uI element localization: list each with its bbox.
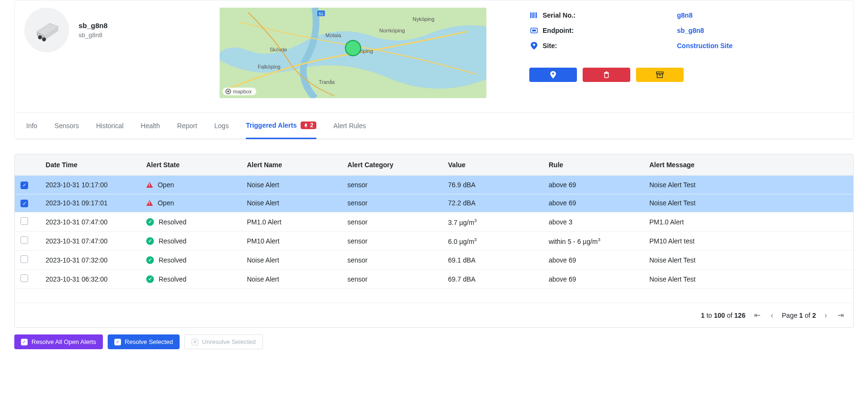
alert-open-icon: [146, 200, 153, 206]
col-message[interactable]: Alert Message: [644, 154, 853, 176]
svg-point-4: [42, 37, 46, 41]
svg-text:Skövde: Skövde: [270, 47, 287, 52]
pager-next[interactable]: ›: [823, 309, 829, 322]
uncheck-icon: ✕: [192, 339, 198, 345]
pager-first[interactable]: ⇤: [752, 309, 762, 322]
tab-report[interactable]: Report: [177, 113, 197, 139]
svg-text:Tranås: Tranås: [319, 79, 335, 85]
delete-button[interactable]: [583, 68, 630, 82]
tab-label: Health: [141, 122, 160, 130]
svg-point-17: [227, 91, 229, 92]
cell-category: sensor: [342, 176, 442, 194]
row-checkbox[interactable]: [20, 236, 28, 244]
cell-rule: above 69: [543, 270, 644, 289]
tabs: InfoSensorsHistoricalHealthReportLogsTri…: [15, 113, 853, 139]
tab-label: Report: [177, 122, 197, 130]
pager-last[interactable]: ⇥: [836, 309, 846, 322]
cell-value: 76.9 dBA: [443, 176, 543, 194]
tab-triggered-alerts[interactable]: Triggered Alerts2: [246, 113, 316, 139]
tab-alert-rules[interactable]: Alert Rules: [333, 113, 366, 139]
archive-icon: [656, 71, 664, 78]
cell-name: Noise Alert: [241, 270, 342, 289]
svg-rect-21: [534, 12, 535, 18]
svg-rect-23: [536, 12, 537, 18]
cell-value: 72.2 dBA: [443, 194, 543, 212]
col-state[interactable]: Alert State: [141, 154, 241, 176]
check-icon: ✓: [21, 339, 28, 345]
pager-prev[interactable]: ‹: [769, 309, 775, 322]
tab-logs[interactable]: Logs: [214, 113, 229, 139]
svg-rect-29: [604, 72, 609, 73]
alerts-table: Date Time Alert State Alert Name Alert C…: [15, 154, 853, 303]
svg-text:Norrköping: Norrköping: [379, 28, 405, 33]
cell-date: 2023-10-31 10:17:00: [40, 176, 141, 194]
tab-sensors[interactable]: Sensors: [54, 113, 79, 139]
table-row[interactable]: 2023-10-31 07:47:00✓ResolvedPM10 Alertse…: [15, 232, 853, 251]
device-meta: Serial No.: g8n8 Endpoint: sb_g8n8 Site:…: [501, 8, 844, 82]
cell-state: Open: [158, 181, 174, 189]
cell-value: 6.0 µg/m3: [443, 232, 543, 251]
svg-point-27: [552, 72, 554, 74]
svg-point-26: [533, 44, 535, 46]
row-checkbox[interactable]: [20, 274, 28, 282]
col-rule[interactable]: Rule: [543, 154, 644, 176]
row-checkbox[interactable]: [20, 255, 28, 263]
cell-name: PM1.0 Alert: [241, 212, 342, 232]
col-name[interactable]: Alert Name: [241, 154, 342, 176]
svg-rect-32: [657, 74, 663, 78]
endpoint-value: sb_g8n8: [677, 27, 704, 34]
table-row[interactable]: 2023-10-31 07:47:00✓ResolvedPM1.0 Alerts…: [15, 212, 853, 232]
device-image: [24, 8, 69, 52]
cell-name: Noise Alert: [241, 194, 342, 212]
cell-message: PM1.0 Alert: [644, 212, 853, 232]
alert-resolved-icon: ✓: [146, 237, 154, 245]
unresolve-selected-button: ✕ Unresolve Selected: [184, 334, 263, 349]
cell-rule: above 3: [543, 212, 644, 232]
table-row[interactable]: 2023-10-31 09:17:01OpenNoise Alertsensor…: [15, 194, 853, 212]
tab-health[interactable]: Health: [141, 113, 160, 139]
cell-rule: above 69: [543, 194, 644, 212]
tab-label: Logs: [214, 122, 229, 130]
alert-resolved-icon: ✓: [146, 256, 154, 264]
resolve-all-button[interactable]: ✓ Resolve All Open Alerts: [14, 334, 103, 349]
row-checkbox[interactable]: [20, 217, 28, 225]
svg-rect-30: [606, 71, 607, 72]
svg-rect-22: [535, 12, 535, 18]
cell-message: Noise Alert Test: [644, 270, 853, 289]
pin-icon: [550, 71, 556, 79]
row-checkbox[interactable]: [20, 200, 28, 207]
resolve-selected-button[interactable]: ✓ Resolve Selected: [108, 334, 180, 349]
endpoint-icon: [529, 27, 539, 34]
alert-open-icon: [146, 182, 153, 188]
tab-historical[interactable]: Historical: [96, 113, 124, 139]
barcode-icon: [529, 12, 539, 19]
cell-date: 2023-10-31 07:32:00: [40, 251, 141, 270]
table-row[interactable]: 2023-10-31 10:17:00OpenNoise Alertsensor…: [15, 176, 853, 194]
table-row[interactable]: 2023-10-31 07:32:00✓ResolvedNoise Alerts…: [15, 251, 853, 270]
cell-value: 69.1 dBA: [443, 251, 543, 270]
col-value[interactable]: Value: [443, 154, 543, 176]
row-checkbox[interactable]: [20, 182, 28, 189]
cell-state: Resolved: [159, 218, 186, 226]
cell-category: sensor: [342, 212, 442, 232]
cell-state: Resolved: [159, 275, 186, 283]
tab-info[interactable]: Info: [26, 113, 37, 139]
cell-message: PM10 Alert test: [644, 232, 853, 251]
col-date[interactable]: Date Time: [40, 154, 141, 176]
map[interactable]: 51 Nyköping Norrköping Linköping Motala …: [220, 8, 486, 98]
archive-button[interactable]: [636, 68, 684, 82]
cell-message: Noise Alert Test: [644, 194, 853, 212]
cell-date: 2023-10-31 07:47:00: [40, 212, 141, 232]
col-category[interactable]: Alert Category: [342, 154, 442, 176]
pager: 1 to 100 of 126 ⇤ ‹ Page 1 of 2 › ⇥: [15, 303, 853, 327]
svg-rect-20: [533, 12, 534, 18]
cell-category: sensor: [342, 194, 442, 212]
cell-name: Noise Alert: [241, 176, 342, 194]
svg-text:Falköping: Falköping: [258, 64, 281, 70]
table-row[interactable]: 2023-10-31 06:32:00✓ResolvedNoise Alerts…: [15, 270, 853, 289]
tab-label: Sensors: [54, 122, 79, 130]
locate-button[interactable]: [529, 68, 577, 82]
cell-category: sensor: [342, 232, 442, 251]
device-subtitle: sb_g8n8: [79, 31, 108, 39]
cell-category: sensor: [342, 251, 442, 270]
